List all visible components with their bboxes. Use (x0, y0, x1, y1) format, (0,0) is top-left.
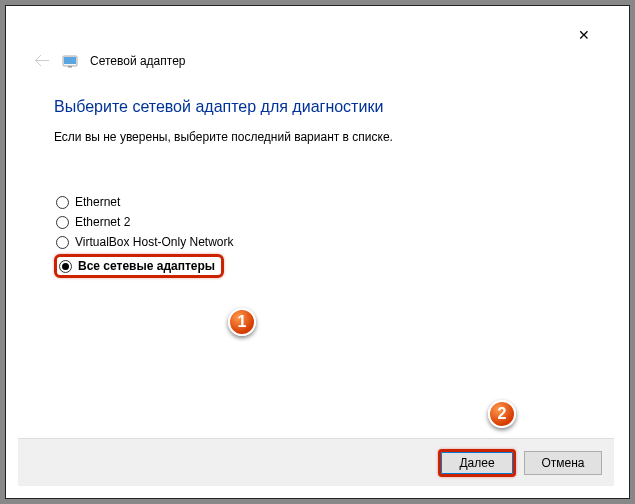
footer-bar: Далее Отмена (18, 438, 614, 486)
svg-rect-1 (64, 57, 76, 64)
next-button[interactable]: Далее (438, 449, 516, 477)
annotation-badge-1: 1 (228, 308, 256, 336)
radio-icon (59, 260, 72, 273)
radio-ethernet[interactable]: Ethernet (54, 194, 578, 210)
screenshot-frame: ✕ 🡠 Сетевой адаптер Выберите сетевой ада… (5, 5, 630, 499)
adapter-radio-group: Ethernet Ethernet 2 VirtualBox Host-Only… (54, 194, 578, 278)
svg-rect-2 (68, 66, 72, 68)
page-heading: Выберите сетевой адаптер для диагностики (54, 98, 578, 116)
radio-label: VirtualBox Host-Only Network (75, 235, 234, 249)
radio-label: Все сетевые адаптеры (78, 259, 215, 273)
radio-icon (56, 196, 69, 209)
titlebar: ✕ (18, 18, 614, 52)
radio-label: Ethernet 2 (75, 215, 130, 229)
content-area: Выберите сетевой адаптер для диагностики… (18, 78, 614, 438)
close-icon[interactable]: ✕ (564, 27, 604, 43)
header-row: 🡠 Сетевой адаптер (18, 52, 614, 78)
radio-all-adapters[interactable]: Все сетевые адаптеры (54, 254, 224, 278)
radio-icon (56, 216, 69, 229)
troubleshooter-window: ✕ 🡠 Сетевой адаптер Выберите сетевой ада… (18, 18, 614, 486)
radio-label: Ethernet (75, 195, 120, 209)
network-adapter-icon (62, 53, 78, 69)
radio-virtualbox[interactable]: VirtualBox Host-Only Network (54, 234, 578, 250)
window-title: Сетевой адаптер (90, 54, 185, 68)
radio-icon (56, 236, 69, 249)
annotation-badge-2: 2 (488, 400, 516, 428)
back-arrow-icon: 🡠 (34, 52, 50, 70)
page-subtext: Если вы не уверены, выберите последний в… (54, 130, 578, 144)
radio-ethernet-2[interactable]: Ethernet 2 (54, 214, 578, 230)
cancel-button[interactable]: Отмена (524, 451, 602, 475)
